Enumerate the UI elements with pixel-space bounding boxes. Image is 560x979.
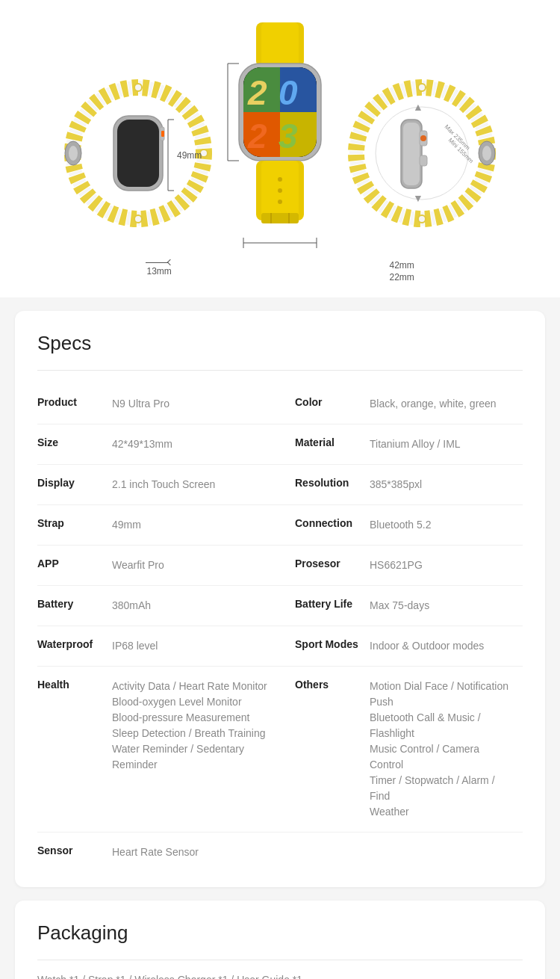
svg-point-33 bbox=[278, 200, 282, 204]
svg-text:0: 0 bbox=[279, 73, 298, 112]
svg-point-45 bbox=[418, 84, 426, 91]
svg-rect-34 bbox=[261, 213, 299, 223]
svg-text:2: 2 bbox=[247, 117, 267, 155]
packaging-content: Watch *1 / Strap *1 / Wireless Charger *… bbox=[37, 974, 523, 979]
svg-point-32 bbox=[278, 188, 282, 193]
svg-text:▼: ▼ bbox=[413, 192, 423, 204]
svg-rect-11 bbox=[161, 131, 164, 137]
svg-point-46 bbox=[418, 215, 426, 223]
svg-point-57 bbox=[420, 135, 426, 141]
spec-display: Display 2.1 inch Touch Screen bbox=[37, 465, 280, 505]
watch-diagrams: 49mm 2 bbox=[15, 22, 545, 254]
watch-right-view: ▲ ▼ Max 235mm Mini 155mm bbox=[347, 52, 497, 254]
svg-rect-9 bbox=[117, 120, 159, 187]
specs-title: Specs bbox=[37, 332, 523, 355]
spec-app: APP Wearfit Pro bbox=[37, 546, 280, 586]
packaging-title: Packaging bbox=[37, 921, 523, 945]
specs-divider bbox=[37, 370, 523, 371]
packaging-divider bbox=[37, 960, 523, 960]
svg-text:3: 3 bbox=[279, 117, 298, 155]
spec-material: Material Titanium Alloy / IML bbox=[280, 424, 523, 465]
spec-resolution: Resolution 385*385pxl bbox=[280, 465, 523, 505]
49mm-label: 49mm bbox=[177, 150, 202, 161]
packaging-section: Packaging Watch *1 / Strap *1 / Wireless… bbox=[15, 901, 545, 979]
spec-color: Color Black, orange, white, green bbox=[280, 384, 523, 424]
spec-sensor-empty bbox=[280, 833, 523, 872]
svg-point-31 bbox=[278, 177, 282, 182]
measurements-center: 42mm 22mm bbox=[389, 260, 414, 282]
svg-rect-16 bbox=[261, 22, 299, 67]
specs-grid: Product N9 Ultra Pro Color Black, orange… bbox=[37, 384, 523, 872]
spec-product: Product N9 Ultra Pro bbox=[37, 384, 280, 424]
svg-rect-58 bbox=[420, 155, 427, 166]
svg-point-7 bbox=[69, 146, 78, 161]
svg-point-3 bbox=[134, 215, 142, 223]
specs-section: Specs Product N9 Ultra Pro Color Black, … bbox=[15, 311, 545, 887]
spec-battery-life: Battery Life Max 75-days bbox=[280, 586, 523, 626]
svg-point-2 bbox=[134, 84, 142, 91]
spec-others: Others Motion Dial Face / Notification P… bbox=[280, 667, 523, 833]
spec-waterproof: Waterproof IP68 level bbox=[37, 626, 280, 667]
watch-front-view: 2 0 2 3 bbox=[220, 22, 340, 254]
svg-rect-55 bbox=[403, 123, 420, 185]
svg-point-48 bbox=[482, 146, 491, 161]
spec-sensor: Sensor Heart Rate Sensor bbox=[37, 833, 280, 872]
spec-processor: Prosesor HS6621PG bbox=[280, 546, 523, 586]
measurement-13mm: 13mm bbox=[146, 260, 172, 282]
spec-size: Size 42*49*13mm bbox=[37, 424, 280, 465]
spec-connection: Connection Bluetooth 5.2 bbox=[280, 505, 523, 546]
hero-section: 49mm 2 bbox=[0, 0, 560, 297]
spec-sport-modes: Sport Modes Indoor & Outdoor modes bbox=[280, 626, 523, 667]
spec-health: Health Activity Data / Heart Rate Monito… bbox=[37, 667, 280, 833]
spec-battery: Battery 380mAh bbox=[37, 586, 280, 626]
svg-text:2: 2 bbox=[247, 73, 267, 112]
svg-text:▲: ▲ bbox=[413, 101, 423, 113]
spec-strap: Strap 49mm bbox=[37, 505, 280, 546]
watch-left-view: 49mm bbox=[63, 52, 213, 254]
